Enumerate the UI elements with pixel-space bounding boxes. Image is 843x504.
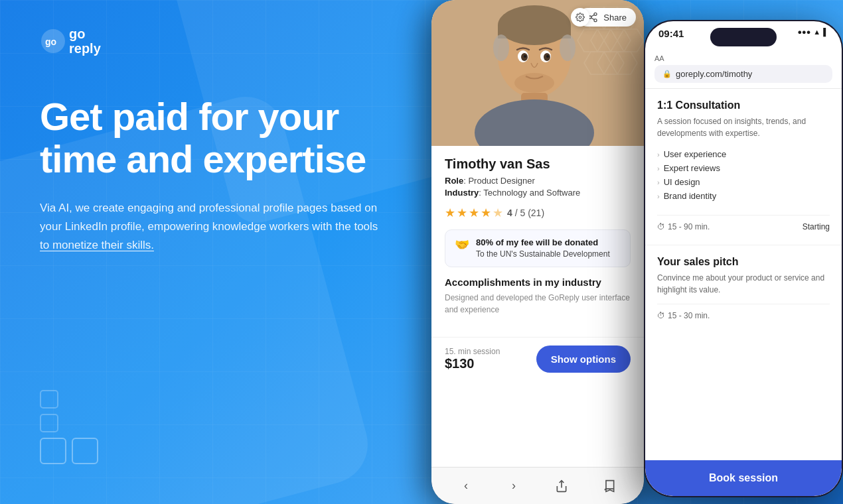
left-content: go go reply Get paid for your time and e… [0,0,451,504]
card2-duration: ⏱ 15 - 30 min. [657,311,710,320]
card2-meta: ⏱ 15 - 30 min. [657,304,830,320]
star-2: ★ [457,206,467,220]
svg-point-26 [560,34,575,61]
topic-label-3: UI design [664,177,700,187]
topic-item-3: › UI design [657,175,830,189]
deco-sq-4 [72,438,98,464]
session-info: 15. min session $130 [445,347,500,371]
wifi-icon: ▲ [813,28,820,36]
rating-row: ★ ★ ★ ★ ★ 4 / 5 (21) [445,206,631,220]
settings-button[interactable] [571,8,589,27]
deco-sq-3 [40,438,66,464]
review-count: (21) [528,208,544,218]
svg-point-29 [594,19,597,22]
browser-chrome: AA 🔒 goreply.com/timothy [645,50,842,89]
card1-desc: A session focused on insights, trends, a… [657,115,830,139]
profile-role: Role: Product Designer [445,176,631,186]
card1-title: 1:1 Consultation [657,99,830,111]
share-label: Share [603,13,627,23]
divider [645,245,842,245]
hero-title: Get paid for your time and expertise [40,95,412,180]
dynamic-island [710,28,777,46]
logo-line2: reply [69,41,101,56]
hero-subtitle-link: to monetize their skills. [40,239,154,251]
rating-value: 4 [507,208,512,218]
status-icons: ●●● ▲ ▌ [797,28,828,36]
donation-sub: To the UN's Sustainable Development [476,249,610,259]
svg-rect-15 [498,25,571,38]
svg-line-30 [591,18,595,20]
deco-squares [40,390,98,464]
card1-price-label: Starting [803,222,830,231]
consultation-card: 1:1 Consultation A session focused on in… [657,99,830,231]
profile-card: Timothy van Sas Role: Product Designer I… [431,146,644,337]
book-session-button[interactable]: Book session [645,460,842,496]
clock-icon-2: ⏱ [657,311,665,320]
chevron-icon-2: › [657,164,660,172]
deco-sq-1 [40,390,58,409]
clock-icon-1: ⏱ [657,222,665,231]
share-nav-button[interactable] [554,479,569,493]
topic-label-2: Expert reviews [664,163,720,173]
svg-point-24 [514,73,554,93]
svg-point-22 [524,55,526,58]
chevron-icon-4: › [657,192,660,200]
svg-point-27 [594,13,597,15]
rating-max: 5 [520,208,525,218]
star-3: ★ [469,206,479,220]
svg-point-25 [493,34,509,61]
logo: go go reply [40,27,412,56]
donation-heading: 80% of my fee will be donated [476,237,598,247]
share-nav-icon [555,479,568,493]
profile-name: Timothy van Sas [445,157,631,172]
back-button[interactable]: ‹ [459,479,473,493]
star-4: ★ [481,206,491,220]
accomplishments-text: Designed and developed the GoReply user … [445,292,631,316]
show-options-button[interactable]: Show options [536,346,631,373]
aa-button[interactable]: AA [654,54,664,62]
card2-title: Your sales pitch [657,256,830,268]
card1-duration-text: 15 - 90 min. [668,222,710,231]
url-bar[interactable]: 🔒 goreply.com/timothy [654,65,832,83]
profile-industry: Industry: Technology and Software [445,188,631,198]
topic-label-1: User experience [664,149,727,159]
right-section: Share Timothy van Sas Role: Product Desi… [418,0,843,504]
topic-list: › User experience › Expert reviews › UI … [657,147,830,203]
battery-icon: ▌ [823,28,828,36]
phone-2-screen: 09:41 ●●● ▲ ▌ AA 🔒 goreply.com/timothy [645,21,842,496]
donation-banner: 🤝 80% of my fee will be donated To the U… [445,229,631,267]
card2-duration-text: 15 - 30 min. [668,311,710,320]
role-value: Product Designer [468,176,534,186]
deco-sq-2 [40,414,58,432]
card1-duration: ⏱ 15 - 90 min. [657,222,710,231]
rating-text: 4 / 5 (21) [507,208,544,218]
topic-label-4: Brand identity [664,191,717,201]
lock-icon: 🔒 [662,70,672,78]
phone2-content: 1:1 Consultation A session focused on in… [645,89,842,471]
gear-icon [575,13,585,22]
svg-point-32 [579,16,581,19]
logo-line1: go [69,27,101,41]
session-label: 15. min session [445,347,500,356]
signal-icon: ●●● [797,28,810,36]
url-text: goreply.com/timothy [676,69,752,79]
session-price: $130 [445,356,500,371]
phone-1-screen: Share Timothy van Sas Role: Product Desi… [431,0,644,504]
accomplishments-title: Accomplishments in my industry [445,277,631,288]
chevron-icon-3: › [657,178,660,186]
sales-pitch-card: Your sales pitch Convince me about your … [657,256,830,320]
browser-controls: AA [654,54,832,62]
forward-button[interactable]: › [506,479,521,493]
card2-desc: Convince me about your product or servic… [657,272,830,296]
svg-line-31 [591,15,595,17]
svg-point-23 [546,55,549,58]
star-half: ★ [493,206,503,220]
bookmarks-button[interactable] [602,479,617,493]
donation-icon: 🤝 [455,237,469,252]
phone-1: Share Timothy van Sas Role: Product Desi… [431,0,644,504]
bookmarks-icon [603,479,616,493]
industry-value: Technology and Software [483,188,580,198]
svg-text:go: go [45,36,56,47]
profile-photo: Share [431,0,644,146]
action-bar: 15. min session $130 Show options [431,337,644,381]
